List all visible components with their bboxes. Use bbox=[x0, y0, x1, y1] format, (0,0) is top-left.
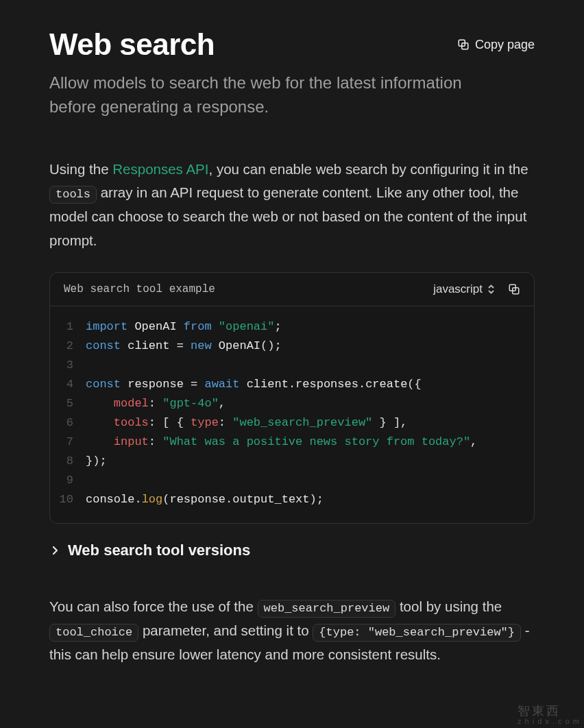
source-watermark: 智東西 z h i d x . c o m bbox=[518, 705, 580, 725]
code-line: 8}); bbox=[50, 452, 534, 471]
code-line: 3 bbox=[50, 356, 534, 375]
code-line: 1import OpenAI from "openai"; bbox=[50, 317, 534, 337]
language-label: javascript bbox=[433, 282, 483, 296]
intro-paragraph: Using the Responses API, you can enable … bbox=[49, 158, 535, 253]
tools-code: tools bbox=[49, 186, 97, 204]
chevron-updown-icon bbox=[487, 283, 496, 295]
code-block: 1import OpenAI from "openai";2const clie… bbox=[50, 306, 534, 523]
copy-page-label: Copy page bbox=[475, 38, 535, 52]
code-example-card: Web search tool example javascript 1impo… bbox=[49, 272, 535, 524]
responses-api-link[interactable]: Responses API bbox=[112, 161, 208, 177]
tool-choice-code: tool_choice bbox=[49, 624, 138, 642]
page-subtitle: Allow models to search the web for the l… bbox=[49, 71, 488, 119]
code-line: 7 input: "What was a positive news story… bbox=[50, 433, 534, 452]
page-title: Web search bbox=[49, 27, 215, 62]
code-line: 5 model: "gpt-4o", bbox=[50, 394, 534, 413]
accordion-title: Web search tool versions bbox=[68, 542, 250, 559]
copy-page-button[interactable]: Copy page bbox=[457, 38, 535, 52]
versions-accordion[interactable]: Web search tool versions bbox=[49, 537, 535, 563]
code-line: 2const client = new OpenAI(); bbox=[50, 337, 534, 356]
code-line: 4const response = await client.responses… bbox=[50, 375, 534, 394]
code-example-title: Web search tool example bbox=[64, 283, 215, 295]
chevron-right-icon bbox=[51, 546, 60, 555]
copy-icon bbox=[457, 38, 470, 51]
force-paragraph: You can also force the use of the web_se… bbox=[49, 595, 535, 667]
copy-icon bbox=[508, 283, 520, 295]
type-wsp-code: {type: "web_search_preview"} bbox=[313, 624, 521, 642]
wsp-code: web_search_preview bbox=[258, 600, 396, 618]
copy-code-button[interactable] bbox=[508, 283, 520, 295]
code-line: 9 bbox=[50, 471, 534, 490]
language-selector[interactable]: javascript bbox=[433, 282, 496, 296]
code-line: 6 tools: [ { type: "web_search_preview" … bbox=[50, 413, 534, 433]
code-line: 10console.log(response.output_text); bbox=[50, 490, 534, 509]
